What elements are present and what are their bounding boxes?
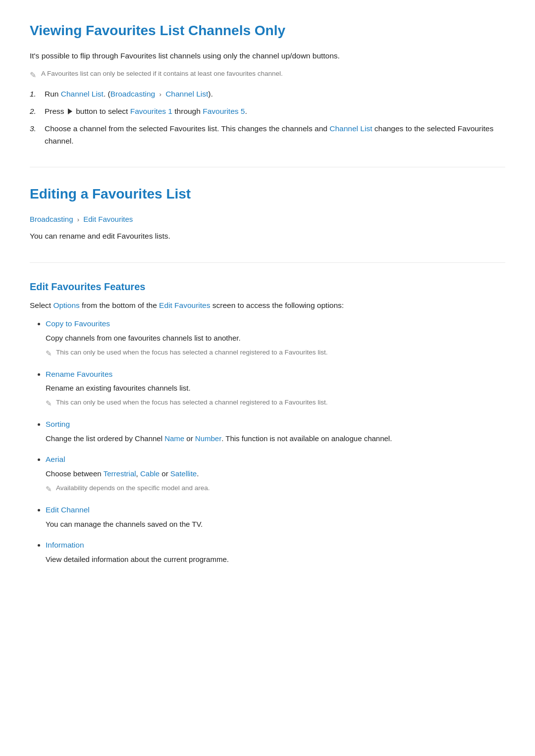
- note-pencil-icon-2: ✎: [46, 398, 52, 409]
- list-item-copy: Copy to Favourites Copy channels from on…: [46, 318, 505, 359]
- copy-note-text: This can only be used when the focus has…: [56, 347, 328, 358]
- cable-link[interactable]: Cable: [140, 469, 160, 478]
- satellite-link[interactable]: Satellite: [170, 469, 197, 478]
- channel-list-link-1[interactable]: Channel List: [61, 90, 104, 98]
- step2-content: Press button to select Favourites 1 thro…: [45, 105, 247, 118]
- section3-title: Edit Favourites Features: [30, 279, 505, 295]
- rename-note-wrapper: ✎ This can only be used when the focus h…: [46, 397, 505, 409]
- step1-content: Run Channel List. (Broadcasting › Channe…: [45, 88, 213, 101]
- rename-note: ✎ This can only be used when the focus h…: [46, 397, 505, 409]
- channel-list-link-3[interactable]: Channel List: [329, 124, 372, 133]
- pencil-icon: ✎: [30, 69, 36, 82]
- rename-favourites-label: Rename Favourites: [46, 370, 112, 378]
- sorting-link[interactable]: Sorting: [46, 420, 70, 428]
- list-item-information: Information View detailed information ab…: [46, 539, 505, 565]
- favourites1-link[interactable]: Favourites 1: [130, 107, 172, 115]
- aerial-note: ✎ Availability depends on the specific m…: [46, 483, 505, 495]
- chevron-icon-1: ›: [160, 91, 161, 98]
- section3-intro: Select Options from the bottom of the Ed…: [30, 300, 505, 312]
- information-link[interactable]: Information: [46, 541, 84, 549]
- number-link[interactable]: Number: [195, 434, 221, 443]
- copy-note-wrapper: ✎ This can only be used when the focus h…: [46, 347, 505, 359]
- divider-2: [30, 262, 505, 263]
- section1-note-text: A Favourites list can only be selected i…: [41, 68, 283, 79]
- breadcrumb-chevron: ›: [77, 216, 79, 223]
- divider-1: [30, 167, 505, 167]
- rename-favourites-link[interactable]: Rename Favourites: [46, 370, 112, 378]
- section1-title: Viewing Favourites List Channels Only: [30, 20, 505, 42]
- section1-note: ✎ A Favourites list can only be selected…: [30, 68, 505, 82]
- section-editing-favourites: Editing a Favourites List Broadcasting ›…: [30, 183, 505, 243]
- information-label: Information: [46, 541, 84, 549]
- broadcasting-link-1[interactable]: Broadcasting: [110, 90, 155, 98]
- section2-breadcrumb: Broadcasting › Edit Favourites: [30, 213, 505, 225]
- step-3: 3. Choose a channel from the selected Fa…: [30, 123, 505, 148]
- list-item-edit-channel: Edit Channel You can manage the channels…: [46, 504, 505, 530]
- aerial-note-text: Availability depends on the specific mod…: [56, 483, 210, 494]
- rename-favourites-desc: Rename an existing favourites channels l…: [46, 382, 505, 394]
- section2-title: Editing a Favourites List: [30, 183, 505, 205]
- section-edit-features: Edit Favourites Features Select Options …: [30, 279, 505, 565]
- copy-note: ✎ This can only be used when the focus h…: [46, 347, 505, 359]
- favourites5-link[interactable]: Favourites 5: [203, 107, 245, 115]
- options-link[interactable]: Options: [53, 301, 79, 309]
- edit-channel-link[interactable]: Edit Channel: [46, 505, 90, 514]
- section1-steps: 1. Run Channel List. (Broadcasting › Cha…: [30, 88, 505, 147]
- copy-favourites-label: Copy to Favourites: [46, 319, 110, 328]
- step-1: 1. Run Channel List. (Broadcasting › Cha…: [30, 88, 505, 101]
- note-pencil-icon-3: ✎: [46, 483, 52, 495]
- note-pencil-icon-1: ✎: [46, 348, 52, 359]
- terrestrial-link[interactable]: Terrestrial: [104, 469, 136, 478]
- edit-channel-label: Edit Channel: [46, 505, 90, 514]
- list-item-aerial: Aerial Choose between Terrestrial, Cable…: [46, 454, 505, 495]
- aerial-link[interactable]: Aerial: [46, 455, 65, 463]
- channel-list-link-2[interactable]: Channel List: [165, 90, 208, 98]
- step-2: 2. Press button to select Favourites 1 t…: [30, 105, 505, 118]
- section2-intro: You can rename and edit Favourites lists…: [30, 230, 505, 243]
- step3-num: 3.: [30, 123, 39, 135]
- information-desc: View detailed information about the curr…: [46, 554, 505, 565]
- section1-intro: It's possible to flip through Favourites…: [30, 50, 505, 62]
- play-icon: [68, 108, 72, 114]
- step1-num: 1.: [30, 88, 39, 101]
- edit-favourites-link[interactable]: Edit Favourites: [159, 301, 210, 309]
- copy-favourites-link[interactable]: Copy to Favourites: [46, 319, 110, 328]
- broadcasting-breadcrumb-link[interactable]: Broadcasting: [30, 215, 73, 223]
- step3-content: Choose a channel from the selected Favou…: [45, 123, 505, 148]
- step2-num: 2.: [30, 105, 39, 118]
- aerial-desc: Choose between Terrestrial, Cable or Sat…: [46, 468, 505, 480]
- list-item-sorting: Sorting Change the list ordered by Chann…: [46, 418, 505, 445]
- copy-favourites-desc: Copy channels from one favourites channe…: [46, 332, 505, 344]
- aerial-label: Aerial: [46, 455, 65, 463]
- edit-channel-desc: You can manage the channels saved on the…: [46, 518, 505, 530]
- features-list: Copy to Favourites Copy channels from on…: [30, 318, 505, 565]
- name-link[interactable]: Name: [164, 434, 184, 443]
- rename-note-text: This can only be used when the focus has…: [56, 397, 328, 408]
- aerial-note-wrapper: ✎ Availability depends on the specific m…: [46, 483, 505, 495]
- sorting-desc: Change the list ordered by Channel Name …: [46, 433, 505, 445]
- section-viewing-favourites: Viewing Favourites List Channels Only It…: [30, 20, 505, 147]
- list-item-rename: Rename Favourites Rename an existing fav…: [46, 368, 505, 410]
- sorting-label: Sorting: [46, 420, 70, 428]
- edit-favourites-breadcrumb-link[interactable]: Edit Favourites: [83, 215, 133, 223]
